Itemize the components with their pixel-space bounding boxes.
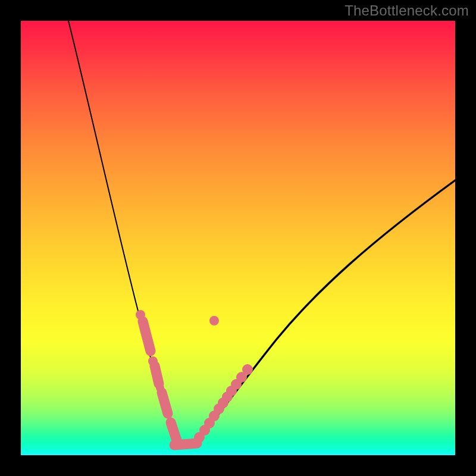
marker-pill: [155, 366, 159, 384]
curve-layer: [21, 21, 455, 455]
markers-left: [136, 310, 177, 440]
marker-pill: [143, 321, 151, 351]
marker-pill: [171, 422, 177, 440]
curve-right-branch: [192, 180, 455, 446]
marker-dot-detached: [209, 316, 219, 325]
plot-area: [21, 21, 455, 455]
marker-dot: [242, 364, 253, 375]
marker-bottom-pill: [174, 443, 197, 445]
chart-frame: TheBottleneck.com: [0, 0, 476, 476]
markers-right: [194, 316, 253, 443]
marker-pill: [162, 393, 168, 414]
watermark-text: TheBottleneck.com: [345, 2, 469, 19]
